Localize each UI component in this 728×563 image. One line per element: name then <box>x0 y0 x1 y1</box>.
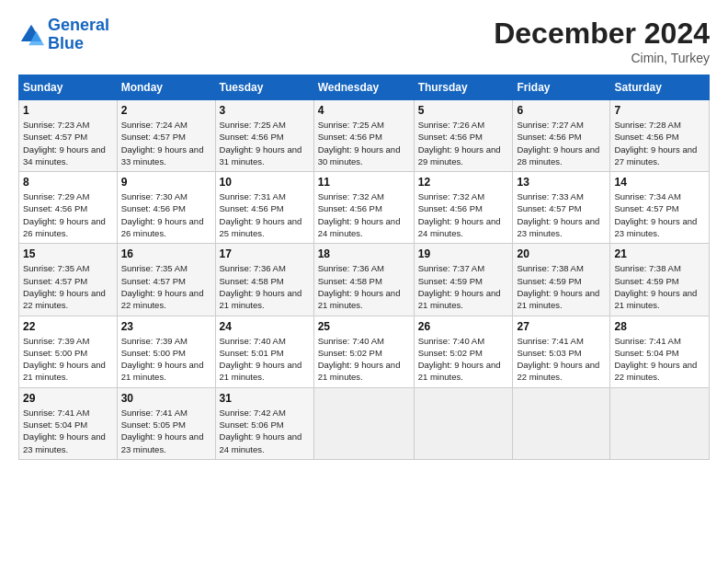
calendar-cell: 27Sunrise: 7:41 AMSunset: 5:03 PMDayligh… <box>513 316 610 387</box>
day-info: Sunrise: 7:34 AMSunset: 4:57 PMDaylight:… <box>614 190 705 239</box>
day-info: Sunrise: 7:38 AMSunset: 4:59 PMDaylight:… <box>517 262 606 311</box>
day-number: 27 <box>517 320 606 333</box>
calendar-cell: 31Sunrise: 7:42 AMSunset: 5:06 PMDayligh… <box>215 387 313 459</box>
col-wednesday: Wednesday <box>313 75 414 100</box>
header-row: Sunday Monday Tuesday Wednesday Thursday… <box>19 75 710 100</box>
calendar-cell: 5Sunrise: 7:26 AMSunset: 4:56 PMDaylight… <box>414 100 513 172</box>
day-info: Sunrise: 7:40 AMSunset: 5:02 PMDaylight:… <box>418 335 509 384</box>
week-row-4: 22Sunrise: 7:39 AMSunset: 5:00 PMDayligh… <box>19 316 710 387</box>
day-number: 12 <box>418 176 509 189</box>
day-number: 17 <box>220 247 310 260</box>
day-number: 31 <box>220 392 310 405</box>
day-number: 2 <box>121 104 211 117</box>
day-info: Sunrise: 7:36 AMSunset: 4:58 PMDaylight:… <box>318 262 410 311</box>
calendar-cell: 18Sunrise: 7:36 AMSunset: 4:58 PMDayligh… <box>313 244 414 316</box>
calendar-cell: 8Sunrise: 7:29 AMSunset: 4:56 PMDaylight… <box>19 172 118 244</box>
day-number: 1 <box>23 104 113 117</box>
day-info: Sunrise: 7:40 AMSunset: 5:01 PMDaylight:… <box>220 335 310 384</box>
calendar-cell: 7Sunrise: 7:28 AMSunset: 4:56 PMDaylight… <box>610 100 710 172</box>
calendar-cell: 10Sunrise: 7:31 AMSunset: 4:56 PMDayligh… <box>215 172 313 244</box>
month-title: December 2024 <box>494 17 710 51</box>
calendar-cell: 23Sunrise: 7:39 AMSunset: 5:00 PMDayligh… <box>117 316 215 387</box>
day-number: 20 <box>517 247 606 260</box>
day-info: Sunrise: 7:41 AMSunset: 5:03 PMDaylight:… <box>517 335 606 384</box>
calendar-cell: 30Sunrise: 7:41 AMSunset: 5:05 PMDayligh… <box>117 387 215 459</box>
day-info: Sunrise: 7:41 AMSunset: 5:04 PMDaylight:… <box>23 407 113 455</box>
day-info: Sunrise: 7:25 AMSunset: 4:56 PMDaylight:… <box>220 119 310 167</box>
day-number: 30 <box>121 392 211 405</box>
day-info: Sunrise: 7:37 AMSunset: 4:59 PMDaylight:… <box>418 262 509 311</box>
calendar-cell: 21Sunrise: 7:38 AMSunset: 4:59 PMDayligh… <box>610 244 710 316</box>
day-number: 11 <box>318 176 410 189</box>
day-info: Sunrise: 7:35 AMSunset: 4:57 PMDaylight:… <box>23 262 113 311</box>
day-info: Sunrise: 7:32 AMSunset: 4:56 PMDaylight:… <box>318 190 410 239</box>
calendar-cell: 6Sunrise: 7:27 AMSunset: 4:56 PMDaylight… <box>513 100 610 172</box>
calendar-cell <box>610 387 710 459</box>
week-row-2: 8Sunrise: 7:29 AMSunset: 4:56 PMDaylight… <box>19 172 710 244</box>
page-header: General Blue December 2024 Cimin, Turkey <box>18 17 710 65</box>
calendar-cell: 12Sunrise: 7:32 AMSunset: 4:56 PMDayligh… <box>414 172 513 244</box>
calendar-cell: 16Sunrise: 7:35 AMSunset: 4:57 PMDayligh… <box>117 244 215 316</box>
page-container: General Blue December 2024 Cimin, Turkey… <box>0 0 728 469</box>
calendar-cell: 13Sunrise: 7:33 AMSunset: 4:57 PMDayligh… <box>513 172 610 244</box>
day-number: 16 <box>121 247 211 260</box>
col-saturday: Saturday <box>610 75 710 100</box>
logo-text: General Blue <box>48 17 109 53</box>
day-number: 18 <box>318 247 410 260</box>
day-info: Sunrise: 7:31 AMSunset: 4:56 PMDaylight:… <box>220 190 310 239</box>
day-number: 8 <box>23 176 113 189</box>
calendar-cell: 4Sunrise: 7:25 AMSunset: 4:56 PMDaylight… <box>313 100 414 172</box>
col-thursday: Thursday <box>414 75 513 100</box>
day-number: 25 <box>318 320 410 333</box>
calendar-cell <box>513 387 610 459</box>
calendar-cell: 24Sunrise: 7:40 AMSunset: 5:01 PMDayligh… <box>215 316 313 387</box>
day-number: 14 <box>614 176 705 189</box>
day-info: Sunrise: 7:39 AMSunset: 5:00 PMDaylight:… <box>121 335 211 384</box>
day-info: Sunrise: 7:41 AMSunset: 5:05 PMDaylight:… <box>121 407 211 455</box>
day-info: Sunrise: 7:41 AMSunset: 5:04 PMDaylight:… <box>614 335 705 384</box>
day-number: 22 <box>23 320 113 333</box>
col-friday: Friday <box>513 75 610 100</box>
calendar-cell: 26Sunrise: 7:40 AMSunset: 5:02 PMDayligh… <box>414 316 513 387</box>
day-number: 6 <box>517 104 606 117</box>
day-number: 19 <box>418 247 509 260</box>
calendar-cell: 2Sunrise: 7:24 AMSunset: 4:57 PMDaylight… <box>117 100 215 172</box>
day-info: Sunrise: 7:25 AMSunset: 4:56 PMDaylight:… <box>318 119 410 167</box>
logo-general: General <box>48 16 109 34</box>
day-info: Sunrise: 7:26 AMSunset: 4:56 PMDaylight:… <box>418 119 509 167</box>
location: Cimin, Turkey <box>494 51 710 65</box>
day-number: 5 <box>418 104 509 117</box>
calendar-cell: 20Sunrise: 7:38 AMSunset: 4:59 PMDayligh… <box>513 244 610 316</box>
day-number: 9 <box>121 176 211 189</box>
calendar-cell <box>313 387 414 459</box>
day-number: 29 <box>23 392 113 405</box>
week-row-1: 1Sunrise: 7:23 AMSunset: 4:57 PMDaylight… <box>19 100 710 172</box>
day-info: Sunrise: 7:32 AMSunset: 4:56 PMDaylight:… <box>418 190 509 239</box>
day-info: Sunrise: 7:33 AMSunset: 4:57 PMDaylight:… <box>517 190 606 239</box>
calendar-cell: 9Sunrise: 7:30 AMSunset: 4:56 PMDaylight… <box>117 172 215 244</box>
day-number: 4 <box>318 104 410 117</box>
calendar-cell: 15Sunrise: 7:35 AMSunset: 4:57 PMDayligh… <box>19 244 118 316</box>
day-info: Sunrise: 7:40 AMSunset: 5:02 PMDaylight:… <box>318 335 410 384</box>
day-info: Sunrise: 7:29 AMSunset: 4:56 PMDaylight:… <box>23 190 113 239</box>
day-info: Sunrise: 7:39 AMSunset: 5:00 PMDaylight:… <box>23 335 113 384</box>
day-number: 15 <box>23 247 113 260</box>
day-info: Sunrise: 7:36 AMSunset: 4:58 PMDaylight:… <box>220 262 310 311</box>
day-info: Sunrise: 7:23 AMSunset: 4:57 PMDaylight:… <box>23 119 113 167</box>
title-block: December 2024 Cimin, Turkey <box>494 17 710 65</box>
day-number: 26 <box>418 320 509 333</box>
day-info: Sunrise: 7:35 AMSunset: 4:57 PMDaylight:… <box>121 262 211 311</box>
calendar-table: Sunday Monday Tuesday Wednesday Thursday… <box>18 75 710 460</box>
col-tuesday: Tuesday <box>215 75 313 100</box>
day-number: 13 <box>517 176 606 189</box>
day-number: 23 <box>121 320 211 333</box>
calendar-cell: 17Sunrise: 7:36 AMSunset: 4:58 PMDayligh… <box>215 244 313 316</box>
calendar-cell: 22Sunrise: 7:39 AMSunset: 5:00 PMDayligh… <box>19 316 118 387</box>
calendar-cell: 14Sunrise: 7:34 AMSunset: 4:57 PMDayligh… <box>610 172 710 244</box>
calendar-cell: 19Sunrise: 7:37 AMSunset: 4:59 PMDayligh… <box>414 244 513 316</box>
calendar-cell: 29Sunrise: 7:41 AMSunset: 5:04 PMDayligh… <box>19 387 118 459</box>
logo-icon <box>18 22 44 48</box>
calendar-cell <box>414 387 513 459</box>
day-number: 10 <box>220 176 310 189</box>
col-monday: Monday <box>117 75 215 100</box>
